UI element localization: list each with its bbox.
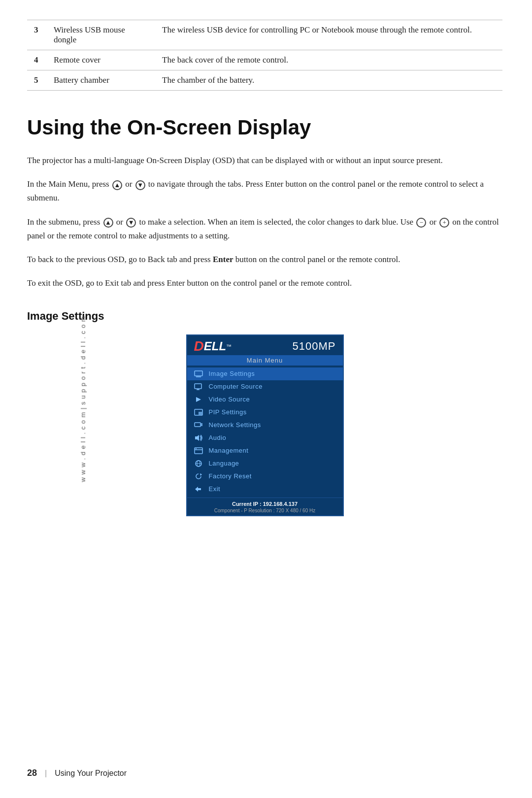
osd-item-image-settings: Image Settings [187, 367, 343, 380]
row-number: 3 [27, 20, 47, 50]
video-source-icon [193, 395, 204, 404]
osd-item-network-settings: Network Settings [187, 419, 343, 432]
osd-screenshot: DELL™ 5100MP Main Menu Image Settings Co… [27, 334, 502, 516]
computer-source-icon [193, 382, 204, 391]
image-settings-label: Image Settings [209, 370, 255, 377]
table-row: 4 Remote cover The back cover of the rem… [27, 50, 502, 70]
dell-d-letter: D [194, 339, 204, 353]
row-name: Wireless USB mouse dongle [47, 20, 155, 50]
paragraph-4: To back to the previous OSD, go to Back … [27, 253, 502, 266]
up-arrow-icon: ▲ [112, 180, 122, 190]
osd-menu: DELL™ 5100MP Main Menu Image Settings Co… [186, 334, 344, 516]
table-row: 5 Battery chamber The chamber of the bat… [27, 70, 502, 91]
pip-settings-icon [193, 408, 204, 417]
svg-point-15 [196, 448, 197, 449]
dell-ell-letters: ELL [204, 340, 226, 352]
osd-item-factory-reset: Factory Reset [187, 470, 343, 483]
row-description: The back cover of the remote control. [155, 50, 502, 70]
svg-marker-20 [195, 487, 201, 492]
plus-circle-icon: + [439, 218, 449, 228]
parts-table: 3 Wireless USB mouse dongle The wireless… [27, 20, 502, 91]
up-circle-icon: ▲ [103, 218, 113, 228]
audio-icon [193, 433, 204, 442]
row-name: Battery chamber [47, 70, 155, 91]
osd-items-list: Image Settings Computer Source Video Sou… [187, 366, 343, 498]
row-description: The wireless USB device for controlling … [155, 20, 502, 50]
exit-label: Exit [209, 485, 221, 493]
paragraph-5: To exit the OSD, go to Exit tab and pres… [27, 276, 502, 290]
audio-label: Audio [209, 434, 227, 441]
row-number: 4 [27, 50, 47, 70]
svg-marker-12 [195, 435, 199, 441]
down-circle-icon: ▼ [126, 218, 136, 228]
svg-rect-7 [199, 412, 202, 415]
exit-icon [193, 485, 204, 494]
osd-footer: Current IP : 192.168.4.137 Component - P… [187, 498, 343, 515]
down-arrow-icon: ▼ [135, 180, 145, 190]
svg-rect-8 [195, 423, 200, 427]
section-heading: Using the On-Screen Display [27, 115, 502, 140]
row-description: The chamber of the battery. [155, 70, 502, 91]
osd-item-language: Language [187, 457, 343, 470]
paragraph-1: The projector has a multi-language On-Sc… [27, 154, 502, 167]
osd-item-audio: Audio [187, 432, 343, 444]
paragraph-2: In the Main Menu, press ▲ or ▼ to naviga… [27, 177, 502, 205]
page-footer: 28 | Using Your Projector [27, 768, 502, 778]
pip-settings-label: PIP Settings [209, 408, 247, 416]
enter-bold: Enter [213, 255, 233, 264]
svg-marker-19 [200, 473, 202, 476]
management-label: Management [209, 447, 249, 454]
page-number: 28 [27, 768, 37, 778]
osd-header: DELL™ 5100MP [187, 335, 343, 355]
osd-model: 5100MP [293, 340, 336, 353]
minus-circle-icon: − [416, 218, 426, 228]
osd-item-exit: Exit [187, 483, 343, 496]
svg-rect-2 [195, 384, 201, 389]
factory-reset-icon [193, 472, 204, 481]
svg-rect-0 [195, 371, 202, 376]
network-settings-icon [193, 421, 204, 430]
table-row: 3 Wireless USB mouse dongle The wireless… [27, 20, 502, 50]
footer-separator: | [45, 769, 47, 778]
network-settings-label: Network Settings [209, 421, 261, 429]
image-settings-icon [193, 369, 204, 378]
osd-item-pip-settings: PIP Settings [187, 406, 343, 419]
video-source-label: Video Source [209, 396, 250, 403]
computer-source-label: Computer Source [209, 383, 263, 390]
management-icon [193, 446, 204, 455]
osd-resolution: Component - P Resolution : 720 X 480 / 6… [192, 508, 338, 513]
dell-logo: DELL™ [194, 339, 232, 353]
footer-text: Using Your Projector [55, 769, 127, 778]
row-number: 5 [27, 70, 47, 91]
osd-item-management: Management [187, 444, 343, 457]
image-settings-heading: Image Settings [27, 310, 502, 323]
osd-title-bar: Main Menu [187, 355, 343, 366]
osd-ip: Current IP : 192.168.4.137 [192, 501, 338, 507]
dell-tm: ™ [226, 343, 232, 349]
factory-reset-label: Factory Reset [209, 472, 252, 480]
osd-item-video-source: Video Source [187, 393, 343, 406]
language-label: Language [209, 460, 239, 467]
osd-item-computer-source: Computer Source [187, 380, 343, 393]
svg-marker-5 [196, 397, 201, 402]
sidebar-label: w w w . d e l l . c o m | s u p p o r t … [79, 316, 87, 482]
row-name: Remote cover [47, 50, 155, 70]
language-icon [193, 459, 204, 468]
paragraph-3: In the submenu, press ▲ or ▼ to make a s… [27, 215, 502, 243]
